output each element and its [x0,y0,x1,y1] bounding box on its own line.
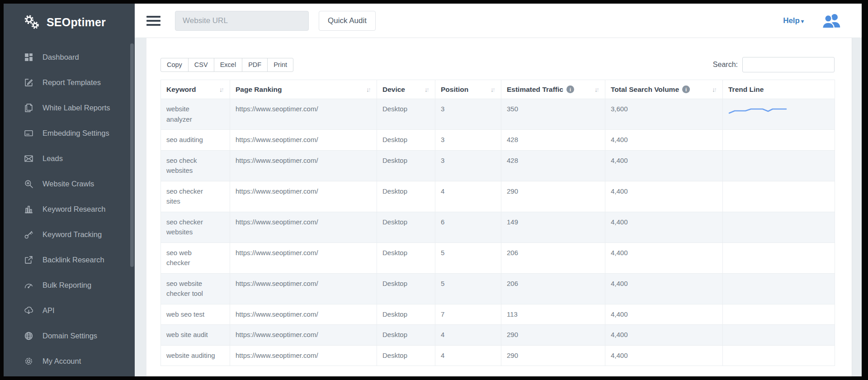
sidebar-item-white-label-reports[interactable]: White Label Reports [4,95,135,120]
sidebar-item-keyword-tracking[interactable]: Keyword Tracking [4,222,135,247]
total-search-volume-cell: 4,400 [605,304,723,325]
trend-line-cell [723,242,835,273]
brand-logo[interactable]: SEOptimer [4,4,135,31]
sidebar-item-leads[interactable]: Leads [4,146,135,171]
sidebar-item-embedding-settings[interactable]: Embedding Settings [4,120,135,146]
position-cell: 3 [435,130,501,151]
position-cell: 4 [435,181,501,212]
search-control: Search: [713,57,835,72]
sort-icon[interactable]: ↓↑ [594,86,599,93]
sidebar-item-report-templates[interactable]: Report Templates [4,70,135,95]
page-ranking-cell: https://www.seoptimer.com/ [230,242,377,273]
brand-name: SEOptimer [47,16,106,29]
dashboard-grid-icon [24,52,33,62]
help-dropdown[interactable]: Help▾ [783,16,804,25]
magnifier-plus-icon [24,179,33,189]
globe-icon [24,331,33,341]
position-cell: 7 [435,304,501,325]
table-row: web seo test https://www.seoptimer.com/ … [161,304,835,325]
bar-chart-icon [24,204,33,214]
estimated-traffic-cell: 113 [501,304,605,325]
estimated-traffic-cell: 206 [501,242,605,273]
column-header-total-search-volume[interactable]: Total Search Volume i ↓↑ [605,80,723,99]
keyword-cell: web site audit [161,325,230,346]
page-ranking-cell: https://www.seoptimer.com/ [230,212,377,242]
keyword-cell: seo website checker tool [161,273,230,304]
account-users-icon[interactable] [822,13,841,28]
page-ranking-cell: https://www.seoptimer.com/ [230,345,377,366]
sidebar-scrollbar[interactable] [130,43,134,267]
column-header-keyword[interactable]: Keyword ↓↑ [161,80,230,99]
device-cell: Desktop [377,242,435,273]
menu-toggle-button[interactable] [146,14,160,28]
column-header-page-ranking[interactable]: Page Ranking ↓↑ [230,80,377,99]
sort-icon[interactable]: ↓↑ [219,86,224,93]
sidebar-item-label: White Label Reports [42,104,110,112]
position-cell: 6 [435,212,501,242]
sidebar-item-api[interactable]: API [4,298,135,323]
column-header-position[interactable]: Position ↓↑ [435,80,501,99]
sidebar-item-label: Bulk Reporting [42,281,91,290]
sort-icon[interactable]: ↓↑ [491,86,495,93]
info-icon[interactable]: i [682,86,690,93]
device-cell: Desktop [377,181,435,212]
position-cell: 4 [435,345,501,366]
sort-icon[interactable]: ↓↑ [425,86,429,93]
sidebar-item-backlink-research[interactable]: Backlink Research [4,247,135,272]
estimated-traffic-cell: 290 [501,325,605,346]
copy-button[interactable]: Copy [160,58,189,72]
topbar: Quick Audit Help▾ [135,4,862,38]
column-header-estimated-traffic[interactable]: Estimated Traffic i ↓↑ [501,80,605,99]
table-header-row: Keyword ↓↑ Page Ranking ↓↑ Device ↓↑ Pos… [161,80,835,99]
print-button[interactable]: Print [267,58,293,72]
website-url-input[interactable] [175,11,309,31]
device-cell: Desktop [377,345,435,366]
trend-sparkline [728,106,788,115]
search-input[interactable] [742,57,835,72]
pdf-button[interactable]: PDF [242,58,268,72]
total-search-volume-cell: 4,400 [605,181,723,212]
sidebar-item-dashboard[interactable]: Dashboard [4,44,135,70]
total-search-volume-cell: 4,400 [605,273,723,304]
table-toolbar: Copy CSV Excel PDF Print Search: [160,57,835,72]
device-cell: Desktop [377,304,435,325]
trend-line-cell [723,150,835,181]
keyword-cell: seo check websites [161,150,230,181]
main-scrollbar-track[interactable] [852,38,862,376]
table-row: seo web checker https://www.seoptimer.co… [161,242,835,273]
table-row: seo check websites https://www.seoptimer… [161,150,835,181]
envelope-icon [24,154,33,163]
keyword-cell: seo web checker [161,242,230,273]
sidebar-item-my-account[interactable]: My Account [4,348,135,374]
trend-line-cell [723,273,835,304]
total-search-volume-cell: 4,400 [605,325,723,346]
trend-line-cell [723,130,835,151]
sidebar-item-bulk-reporting[interactable]: Bulk Reporting [4,272,135,298]
search-label: Search: [713,61,738,69]
keyword-cell: seo checker websites [161,212,230,242]
sidebar-item-website-crawls[interactable]: Website Crawls [4,171,135,196]
table-row: seo checker sites https://www.seoptimer.… [161,181,835,212]
estimated-traffic-cell: 428 [501,130,605,151]
table-row: seo auditing https://www.seoptimer.com/ … [161,130,835,151]
device-cell: Desktop [377,273,435,304]
page-ranking-cell: https://www.seoptimer.com/ [230,181,377,212]
sidebar-item-label: Keyword Tracking [42,230,102,239]
sort-icon[interactable]: ↓↑ [712,86,717,93]
sidebar-item-keyword-research[interactable]: Keyword Research [4,196,135,222]
info-icon[interactable]: i [566,86,574,93]
excel-button[interactable]: Excel [214,58,242,72]
sidebar-item-label: My Account [42,357,81,366]
page-ranking-cell: https://www.seoptimer.com/ [230,325,377,346]
column-header-device[interactable]: Device ↓↑ [377,80,435,99]
device-cell: Desktop [377,130,435,151]
sort-icon[interactable]: ↓↑ [366,86,371,93]
topbar-right: Help▾ [783,13,841,28]
key-icon [24,230,33,239]
keyword-cell: web seo test [161,304,230,325]
quick-audit-button[interactable]: Quick Audit [319,11,376,31]
csv-button[interactable]: CSV [188,58,214,72]
page-ranking-cell: https://www.seoptimer.com/ [230,99,377,130]
sidebar-item-domain-settings[interactable]: Domain Settings [4,323,135,348]
keyword-cell: seo checker sites [161,181,230,212]
